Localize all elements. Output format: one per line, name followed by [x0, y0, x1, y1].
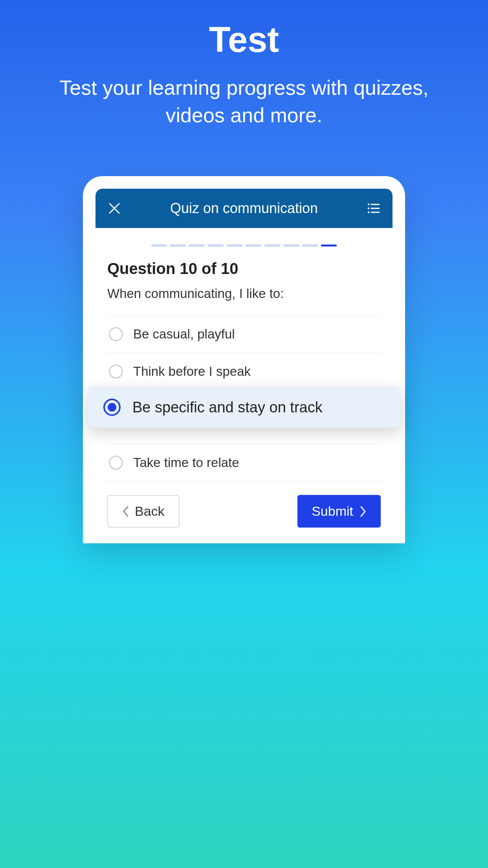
- hero-subtitle: Test your learning progress with quizzes…: [51, 74, 437, 129]
- close-icon: [108, 202, 120, 214]
- chevron-left-icon: [122, 506, 129, 517]
- quiz-content: Question 10 of 10 When communicating, I …: [95, 260, 393, 543]
- close-button[interactable]: [106, 200, 122, 216]
- svg-point-6: [368, 211, 369, 213]
- progress-segment: [151, 245, 167, 246]
- progress-segment: [227, 245, 242, 246]
- submit-button-label: Submit: [312, 504, 353, 519]
- quiz-option-selected[interactable]: Be specific and stay on track: [88, 387, 400, 428]
- quiz-option[interactable]: Be casual, playful: [107, 316, 381, 353]
- chevron-right-icon: [360, 506, 367, 517]
- back-button-label: Back: [135, 504, 165, 519]
- progress-segment: [189, 245, 205, 246]
- progress-segment: [246, 245, 261, 246]
- option-label: Be casual, playful: [133, 327, 235, 342]
- progress-indicator: [95, 228, 393, 260]
- progress-segment: [264, 245, 280, 246]
- progress-segment: [170, 245, 186, 246]
- hero-title: Test: [209, 20, 279, 60]
- progress-segment: [302, 245, 318, 246]
- svg-point-4: [368, 208, 369, 209]
- back-button[interactable]: Back: [107, 495, 180, 528]
- radio-icon: [109, 327, 123, 341]
- radio-icon: [109, 364, 123, 379]
- radio-icon-selected: [103, 399, 121, 416]
- option-label: Take time to relate: [133, 455, 239, 470]
- quiz-footer: Back Submit: [107, 482, 381, 528]
- svg-point-2: [368, 204, 369, 205]
- option-label: Think before I speak: [133, 364, 251, 379]
- progress-segment: [283, 245, 299, 246]
- quiz-option[interactable]: Take time to relate: [107, 444, 381, 482]
- radio-icon: [109, 456, 123, 470]
- app-header: Quiz on communication: [95, 189, 393, 228]
- app-title: Quiz on communication: [122, 200, 366, 217]
- progress-segment-active: [321, 245, 337, 246]
- list-menu-button[interactable]: [366, 200, 382, 216]
- list-icon: [367, 203, 380, 214]
- option-label: Be specific and stay on track: [132, 399, 323, 416]
- phone-mockup: Quiz on communication Question 10 of 10 …: [83, 176, 405, 543]
- question-text: When communicating, I like to:: [107, 286, 381, 316]
- quiz-option[interactable]: Think before I speak: [107, 353, 381, 390]
- submit-button[interactable]: Submit: [297, 495, 381, 528]
- progress-segment: [208, 245, 224, 246]
- question-counter: Question 10 of 10: [107, 260, 381, 278]
